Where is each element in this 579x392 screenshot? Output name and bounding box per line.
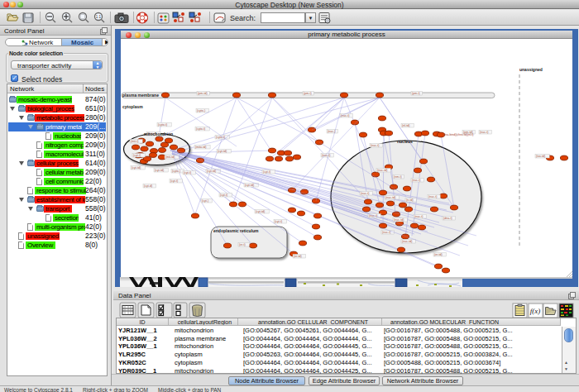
svg-text:(nuc-t): (nuc-t)	[412, 179, 420, 182]
svg-text:(er-td): (er-td)	[434, 253, 443, 256]
svg-text:(cyto-): (cyto-)	[172, 170, 180, 173]
svg-text:endoplasmic reticulum: endoplasmic reticulum	[213, 228, 259, 233]
svg-text:(nm-t): (nm-t)	[394, 175, 402, 179]
svg-text:(cyto-t): (cyto-t)	[158, 123, 167, 127]
svg-text:nucleus: nucleus	[397, 139, 413, 144]
svg-text:(nuc-td): (nuc-td)	[394, 218, 404, 222]
svg-text:(txx-td): (txx-td)	[536, 155, 545, 158]
svg-text:(cyt-t): (cyt-t)	[170, 179, 178, 183]
svg-text:(pm-t): (pm-t)	[412, 92, 420, 95]
svg-text:f(x): f(x)	[530, 307, 541, 315]
svg-text:1:1: 1:1	[96, 15, 102, 19]
svg-text:plasma membrane: plasma membrane	[122, 93, 159, 98]
svg-text:(nuc-td): (nuc-td)	[402, 240, 412, 243]
svg-text:(cyt-td): (cyt-td)	[245, 184, 254, 187]
svg-text:(er-t): (er-t)	[239, 243, 246, 246]
svg-text:(cyto-t): (cyto-t)	[196, 127, 205, 131]
svg-text:(pm-td): (pm-td)	[198, 92, 208, 95]
svg-text:(cyt-td): (cyt-td)	[218, 150, 227, 153]
svg-text:(cyt-t): (cyt-t)	[133, 154, 141, 157]
svg-text:(cyt-td): (cyt-td)	[155, 169, 164, 172]
svg-text:(nuc-t): (nuc-t)	[361, 192, 369, 195]
svg-text:(nuc-t): (nuc-t)	[371, 144, 379, 147]
svg-text:(nuc-t): (nuc-t)	[414, 215, 423, 218]
svg-text:(nuc-t): (nuc-t)	[382, 231, 390, 234]
svg-text:(cyt-td): (cyt-td)	[132, 166, 141, 170]
svg-text:(cyt-t): (cyt-t)	[263, 170, 270, 174]
svg-text:(er-td): (er-td)	[294, 255, 302, 258]
svg-text:(mito-td): (mito-td)	[195, 146, 206, 149]
svg-text:(nuc-td): (nuc-td)	[385, 196, 395, 199]
svg-text:(nuc-): (nuc-)	[328, 130, 335, 133]
svg-text:(pm-t): (pm-t)	[304, 92, 312, 95]
svg-text:unassigned: unassigned	[519, 67, 543, 72]
svg-text:(cyt-td): (cyt-td)	[256, 210, 265, 213]
svg-text:(nuc-t): (nuc-t)	[428, 195, 437, 198]
svg-text:(mit-t): (mit-t)	[131, 140, 138, 143]
svg-text:(cyt-t): (cyt-t)	[275, 220, 282, 223]
svg-text:(cyt-t): (cyt-t)	[184, 171, 191, 174]
svg-text:cytoplasm: cytoplasm	[122, 104, 143, 109]
svg-text:(nuc-t): (nuc-t)	[341, 114, 349, 117]
svg-text:(nuc-t): (nuc-t)	[480, 131, 488, 134]
svg-text:(nl-td): (nl-td)	[402, 124, 409, 127]
svg-text:(cyt-td): (cyt-td)	[207, 170, 216, 173]
svg-text:(dna-t): (dna-t)	[443, 217, 452, 220]
svg-text:(cyt-t): (cyt-t)	[220, 194, 227, 197]
svg-text:(mit-td): (mit-td)	[165, 155, 175, 159]
svg-text:mitochondrion: mitochondrion	[144, 131, 173, 136]
svg-text:(cyt-d): (cyt-d)	[144, 184, 152, 188]
svg-text:(n-td): (n-td)	[406, 198, 414, 202]
svg-text:(nuc-td): (nuc-td)	[377, 169, 387, 172]
svg-text:(dna-bind)(chro-td)(nl-t): (dna-bind)(chro-td)(nl-t)	[443, 133, 473, 136]
svg-text:(cyt-): (cyt-)	[202, 199, 208, 203]
svg-text:(cyto-): (cyto-)	[197, 109, 205, 112]
